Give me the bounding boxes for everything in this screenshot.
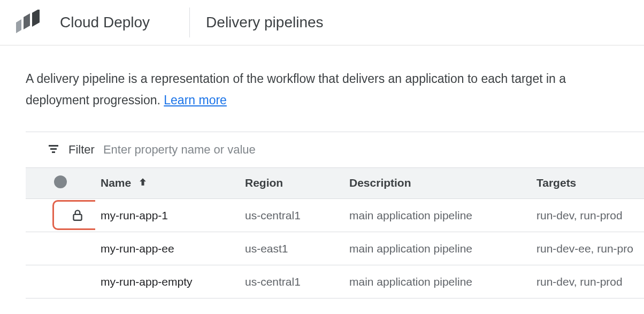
pipeline-targets: run-dev, run-prod (531, 265, 644, 298)
svg-rect-5 (52, 151, 55, 153)
svg-marker-2 (32, 10, 40, 27)
svg-rect-3 (49, 145, 58, 147)
learn-more-link[interactable]: Learn more (164, 93, 227, 107)
column-header-region[interactable]: Region (240, 168, 344, 199)
svg-marker-1 (24, 13, 30, 29)
vertical-divider (189, 7, 190, 37)
pipeline-region: us-central1 (240, 265, 344, 298)
logo-area: Cloud Deploy (0, 10, 171, 35)
svg-rect-6 (73, 215, 81, 220)
pipeline-region: us-central1 (240, 199, 344, 232)
column-header-status[interactable] (26, 168, 95, 199)
page-description: A delivery pipeline is a representation … (26, 68, 614, 111)
pipeline-description: main application pipeline (344, 199, 531, 232)
pipeline-region: us-east1 (240, 232, 344, 265)
pipeline-description: main application pipeline (344, 265, 531, 298)
sort-ascending-icon (137, 177, 148, 190)
pipeline-description: main application pipeline (344, 232, 531, 265)
status-dot-icon (54, 175, 67, 188)
pipeline-targets: run-dev-ee, run-pro (531, 232, 644, 265)
table-row[interactable]: my-run-app-1 us-central1 main applicatio… (26, 199, 644, 232)
table-row[interactable]: my-run-app-empty us-central1 main applic… (26, 265, 644, 298)
column-header-name[interactable]: Name (95, 168, 240, 199)
table-header-row: Name Region Description Targets (26, 168, 644, 199)
highlight-box (52, 200, 95, 230)
column-header-description[interactable]: Description (344, 168, 531, 199)
top-bar: Cloud Deploy Delivery pipelines (0, 0, 644, 45)
lock-icon (71, 208, 85, 222)
page-title: Delivery pipelines (206, 14, 323, 31)
svg-marker-0 (16, 19, 21, 33)
service-name: Cloud Deploy (60, 14, 150, 31)
pipeline-name-link[interactable]: my-run-app-ee (101, 242, 174, 255)
column-header-targets[interactable]: Targets (531, 168, 644, 199)
filter-icon[interactable] (47, 142, 60, 157)
cloud-deploy-logo-icon (16, 10, 45, 35)
pipeline-name-link[interactable]: my-run-app-1 (101, 209, 168, 221)
filter-input[interactable] (103, 143, 644, 157)
description-text: A delivery pipeline is a representation … (26, 72, 566, 107)
table-row[interactable]: my-run-app-ee us-east1 main application … (26, 232, 644, 265)
pipelines-table: Name Region Description Targets (26, 168, 644, 299)
pipeline-name-link[interactable]: my-run-app-empty (101, 275, 193, 288)
filter-bar: Filter (26, 132, 644, 168)
pipeline-targets: run-dev, run-prod (531, 199, 644, 232)
filter-label: Filter (68, 143, 95, 157)
content-area: A delivery pipeline is a representation … (0, 45, 644, 298)
column-name-label: Name (101, 177, 131, 189)
svg-rect-4 (50, 148, 57, 150)
pipelines-table-wrap: Filter Name (26, 132, 644, 299)
